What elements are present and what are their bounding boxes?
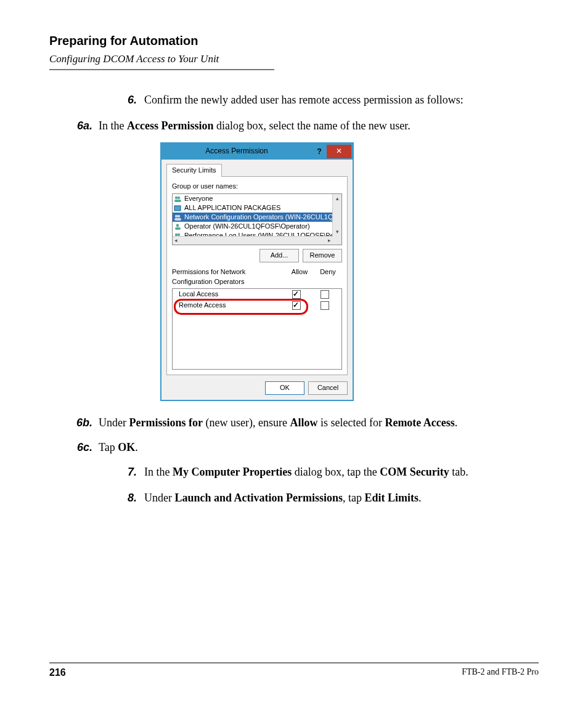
page-footer: 216 FTB-2 and FTB-2 Pro — [49, 657, 539, 678]
perm-name: Remote Access — [175, 301, 282, 310]
chapter-title: Preparing for Automation — [49, 34, 539, 48]
step-6c: 6c. Tap OK. — [70, 439, 539, 455]
page-number: 216 — [49, 667, 66, 678]
list-item-label: Network Configuration Operators (WIN-26C… — [184, 213, 333, 222]
substep-text: In the Access Permission dialog box, sel… — [99, 118, 539, 134]
cancel-button[interactable]: Cancel — [308, 381, 348, 395]
scroll-left-icon: ◂ — [174, 237, 178, 245]
scroll-down-icon: ▾ — [333, 227, 341, 236]
svg-point-0 — [175, 196, 178, 198]
body-content: 6. Confirm the newly added user has remo… — [49, 92, 539, 506]
t: OK — [118, 441, 135, 453]
t: tab. — [449, 466, 468, 478]
step-6b: 6b. Under Permissions for (new user), en… — [70, 415, 539, 431]
t: My Computer Properties — [173, 466, 292, 478]
t: dialog box, tap the — [292, 466, 380, 478]
t: . — [135, 441, 138, 453]
close-button[interactable]: ✕ — [327, 145, 351, 158]
step-8: 8. Under Launch and Activation Permissio… — [116, 490, 539, 506]
header-rule — [49, 69, 274, 70]
perm-row-local: Local Access — [173, 289, 341, 300]
close-icon: ✕ — [336, 146, 342, 156]
dialog-body: Security Limits Group or user names: Eve… — [161, 160, 353, 400]
footer-rule — [49, 662, 539, 663]
svg-rect-6 — [174, 218, 181, 221]
ok-button[interactable]: OK — [265, 381, 304, 395]
deny-remote-checkbox[interactable] — [321, 301, 329, 310]
package-icon — [174, 205, 182, 212]
tab-panel: Group or user names: Everyone ALL APPLIC… — [166, 176, 348, 375]
tab-security-limits[interactable]: Security Limits — [166, 164, 222, 177]
list-item-label: ALL APPLICATION PACKAGES — [184, 203, 280, 213]
t: Launch and Activation Permissions — [174, 492, 343, 504]
vertical-scrollbar[interactable]: ▴ ▾ — [332, 194, 341, 245]
perm-label: Configuration Operators — [172, 278, 244, 285]
allow-remote-checkbox[interactable] — [292, 301, 301, 310]
user-listbox[interactable]: Everyone ALL APPLICATION PACKAGES Networ… — [172, 193, 342, 245]
svg-point-7 — [176, 224, 179, 227]
substep-text: Under Permissions for (new user), ensure… — [99, 415, 539, 431]
remove-button[interactable]: Remove — [303, 249, 342, 262]
substep-text: Tap OK. — [99, 439, 539, 455]
list-item[interactable]: Operator (WIN-26CUL1QFOSF\Operator) — [173, 222, 333, 231]
dialog-title: Access Permission — [161, 146, 312, 156]
t: Access Permission — [127, 120, 213, 132]
step-text: Confirm the newly added user has remote … — [144, 92, 539, 108]
access-permission-dialog: Access Permission ? ✕ Security Limits Gr… — [160, 142, 354, 401]
t: Under — [99, 416, 129, 429]
permissions-header: Permissions for Network Configuration Op… — [172, 267, 342, 287]
list-item-label: Operator (WIN-26CUL1QFOSF\Operator) — [184, 222, 310, 231]
svg-point-1 — [178, 196, 180, 198]
allow-header: Allow — [285, 267, 314, 287]
perm-row-remote: Remote Access — [173, 300, 341, 311]
product-name: FTB-2 and FTB-2 Pro — [462, 667, 539, 678]
t: In the — [144, 466, 173, 478]
step-7: 7. In the My Computer Properties dialog … — [116, 464, 539, 480]
horizontal-scrollbar[interactable]: ◂ ▸ — [173, 236, 333, 245]
t: dialog box, select the name of the new u… — [213, 120, 410, 132]
perm-label: Permissions for Network — [172, 268, 245, 275]
step-text: Under Launch and Activation Permissions,… — [144, 490, 539, 506]
step-number: 7. — [116, 464, 144, 480]
users-icon — [174, 195, 182, 203]
t: . — [455, 416, 458, 429]
deny-header: Deny — [314, 267, 342, 287]
add-button[interactable]: Add... — [259, 249, 299, 262]
allow-local-checkbox[interactable] — [292, 290, 301, 299]
t: (new user), ensure — [203, 416, 290, 429]
svg-rect-3 — [174, 206, 181, 211]
substep-number: 6a. — [70, 118, 99, 134]
t: Tap — [99, 441, 118, 453]
t: In the — [99, 120, 127, 132]
step-6: 6. Confirm the newly added user has remo… — [116, 92, 539, 108]
t: Allow — [290, 416, 317, 429]
scroll-right-icon: ▸ — [328, 237, 331, 245]
substep-number: 6b. — [70, 415, 99, 431]
perm-name: Local Access — [175, 290, 282, 299]
t: COM Security — [380, 466, 449, 478]
group-label: Group or user names: — [172, 182, 342, 192]
users-icon — [174, 214, 182, 221]
help-button[interactable]: ? — [312, 146, 327, 158]
list-item-selected[interactable]: Network Configuration Operators (WIN-26C… — [173, 213, 333, 222]
t: is selected for — [317, 416, 385, 429]
step-number: 8. — [116, 490, 144, 506]
step-number: 6. — [116, 92, 144, 108]
svg-rect-8 — [175, 227, 181, 230]
section-title: Configuring DCOM Access to Your Unit — [49, 53, 539, 65]
dialog-screenshot: Access Permission ? ✕ Security Limits Gr… — [160, 142, 539, 401]
list-item[interactable]: Everyone — [173, 194, 333, 203]
t: Remote Access — [385, 416, 454, 429]
scroll-up-icon: ▴ — [333, 194, 341, 203]
t: , tap — [343, 492, 365, 504]
list-item[interactable]: ALL APPLICATION PACKAGES — [173, 203, 333, 213]
t: Permissions for — [129, 416, 202, 429]
deny-local-checkbox[interactable] — [321, 290, 329, 299]
svg-rect-2 — [174, 200, 181, 202]
t: . — [419, 492, 422, 504]
t: Under — [144, 492, 174, 504]
permissions-grid: Local Access Remote Access — [172, 288, 342, 370]
step-text: In the My Computer Properties dialog box… — [144, 464, 539, 480]
svg-point-4 — [175, 214, 178, 217]
step-6a: 6a. In the Access Permission dialog box,… — [70, 118, 539, 134]
